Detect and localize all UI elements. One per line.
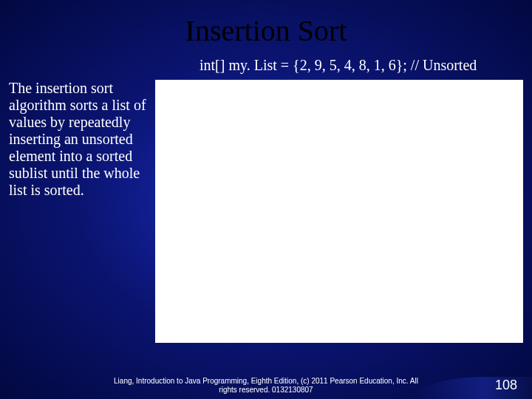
footer-citation: Liang, Introduction to Java Programming,…	[0, 377, 532, 395]
description-text: The insertion sort algorithm sorts a lis…	[9, 80, 155, 199]
content-row: The insertion sort algorithm sorts a lis…	[0, 80, 532, 343]
code-snippet: int[] my. List = {2, 9, 5, 4, 8, 1, 6}; …	[0, 54, 532, 80]
page-title: Insertion Sort	[0, 0, 532, 54]
footer-line-2: rights reserved. 0132130807	[219, 386, 313, 394]
diagram-area	[155, 80, 523, 343]
page-number: 108	[495, 378, 517, 393]
footer-line-1: Liang, Introduction to Java Programming,…	[114, 377, 418, 385]
